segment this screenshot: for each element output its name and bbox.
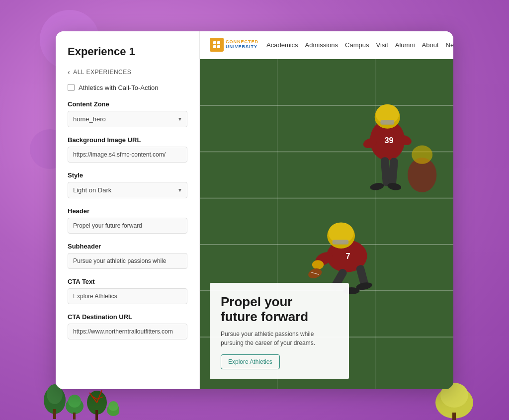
bg-image-label: Background Image URL [68, 136, 187, 144]
svg-rect-44 [333, 240, 349, 244]
back-link-label: ALL EXPERIENCES [73, 69, 131, 76]
svg-rect-17 [213, 41, 216, 44]
right-panel: CONNECTED UNIVERSITY Academics Admission… [200, 31, 453, 389]
subheader-input[interactable] [68, 253, 187, 269]
svg-text:39: 39 [384, 135, 393, 144]
cta-subheading: Pursue your athletic passions while purs… [221, 330, 338, 347]
cta-heading: Propel your future forward [221, 295, 338, 325]
logo-text: CONNECTED UNIVERSITY [226, 40, 258, 50]
svg-rect-2 [53, 409, 56, 419]
svg-rect-20 [217, 45, 220, 48]
svg-rect-19 [213, 45, 216, 48]
content-zone-select-wrapper: home_hero home_secondary sidebar ▼ [68, 111, 187, 127]
svg-rect-18 [217, 41, 220, 44]
svg-rect-7 [95, 410, 98, 420]
nav-link-news[interactable]: News [446, 41, 453, 49]
nav-link-admissions[interactable]: Admissions [305, 41, 338, 49]
logo-icon [212, 40, 221, 49]
nav-link-visit[interactable]: Visit [376, 41, 388, 49]
svg-point-4 [68, 395, 81, 408]
cta-text-group: CTA Text [68, 278, 187, 304]
athletics-checkbox-label: Athletics with Call-To-Action [79, 84, 158, 91]
style-select-wrapper: Light on Dark Dark on Light Transparent … [68, 182, 187, 198]
cta-dest-group: CTA Destination URL [68, 313, 187, 339]
svg-rect-5 [73, 413, 76, 420]
nav-link-campus[interactable]: Campus [345, 41, 369, 49]
svg-point-13 [108, 401, 118, 411]
style-select[interactable]: Light on Dark Dark on Light Transparent [68, 182, 187, 198]
hero-background: 39 [200, 59, 453, 389]
header-label: Header [68, 207, 187, 215]
svg-point-46 [312, 260, 324, 269]
university-logo: CONNECTED UNIVERSITY [210, 38, 258, 52]
header-input[interactable] [68, 218, 187, 234]
athletics-checkbox[interactable] [68, 84, 75, 91]
subheader-label: Subheader [68, 243, 187, 250]
cta-text-input[interactable] [68, 288, 187, 304]
subheader-group: Subheader [68, 243, 187, 269]
university-nav: CONNECTED UNIVERSITY Academics Admission… [200, 31, 453, 59]
cta-dest-label: CTA Destination URL [68, 313, 187, 321]
header-group: Header [68, 207, 187, 234]
svg-rect-33 [380, 120, 394, 124]
cta-text-label: CTA Text [68, 278, 187, 285]
main-card: Experience 1 ‹ ALL EXPERIENCES Athletics… [56, 31, 453, 389]
content-zone-label: Content Zone [68, 100, 187, 108]
back-arrow-icon: ‹ [68, 68, 70, 76]
nav-links: Academics Admissions Campus Visit Alumni… [266, 41, 453, 49]
checkbox-row[interactable]: Athletics with Call-To-Action [68, 84, 187, 91]
nav-link-about[interactable]: About [422, 41, 439, 49]
back-link[interactable]: ‹ ALL EXPERIENCES [68, 68, 187, 76]
cta-dest-input[interactable] [68, 324, 187, 339]
hero-area: 39 [200, 59, 453, 389]
content-zone-select[interactable]: home_hero home_secondary sidebar [68, 111, 187, 127]
nav-link-alumni[interactable]: Alumni [395, 41, 415, 49]
bg-image-input[interactable] [68, 147, 187, 163]
cta-card: Propel your future forward Pursue your a… [210, 283, 349, 379]
logo-university: UNIVERSITY [226, 45, 258, 50]
left-panel: Experience 1 ‹ ALL EXPERIENCES Athletics… [56, 31, 200, 389]
content-zone-group: Content Zone home_hero home_secondary si… [68, 100, 187, 127]
svg-point-55 [412, 145, 432, 164]
svg-rect-16 [452, 413, 456, 420]
bg-image-group: Background Image URL [68, 136, 187, 163]
svg-text:7: 7 [345, 251, 350, 260]
cta-explore-button[interactable]: Explore Athletics [221, 354, 280, 369]
style-label: Style [68, 171, 187, 179]
experience-title: Experience 1 [68, 45, 187, 58]
nav-link-academics[interactable]: Academics [266, 41, 298, 49]
style-group: Style Light on Dark Dark on Light Transp… [68, 171, 187, 198]
